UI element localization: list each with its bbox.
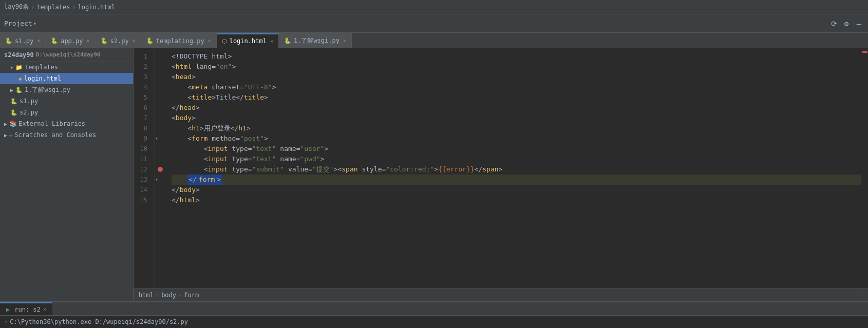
line-num-14: 14 xyxy=(134,185,150,195)
code-token: = xyxy=(296,144,300,154)
breakpoint-12[interactable] xyxy=(155,164,165,175)
tab-loginhtml[interactable]: ⬡ login.html × xyxy=(217,33,279,48)
code-token: </ xyxy=(236,92,244,103)
tab-s2py[interactable]: 🐍 s2.py × xyxy=(96,33,141,48)
sidebar-project-name: s24day90 xyxy=(4,51,34,59)
project-label[interactable]: Project ▾ xyxy=(4,20,36,27)
code-token: title xyxy=(244,92,264,103)
code-line-2: <html lang="en"> xyxy=(172,62,861,72)
sidebar-item-scratches-consoles[interactable]: ▶ ✏ Scratches and Consoles xyxy=(0,129,133,141)
code-line-8: <h1>用户登录</h1> xyxy=(172,123,861,133)
code-content[interactable]: <!DOCTYPE html> <html lang="en"> <head> … xyxy=(165,48,861,288)
code-token: style xyxy=(358,164,382,175)
line-num-10: 10 xyxy=(134,144,150,154)
sidebar: s24day90 D:\wupeiqi\s24day90 ▾ 📁 templat… xyxy=(0,48,134,301)
breakpoint-dot xyxy=(158,167,163,172)
code-token: > xyxy=(192,72,196,82)
code-token: < xyxy=(187,123,192,133)
code-token xyxy=(172,123,187,133)
code-token: form xyxy=(192,133,207,144)
toolbar: Project ▾ ⟳ ⚙ — xyxy=(0,14,868,33)
code-line-12: <input type="submit" value="提交"><span st… xyxy=(172,164,861,175)
gutter-6 xyxy=(155,103,165,113)
settings-icon[interactable]: ⚙ xyxy=(841,18,852,29)
tab-label-apppy: app.py xyxy=(61,37,83,45)
code-editor[interactable]: 1 2 3 4 5 6 7 8 9 10 11 12 13 14 15 xyxy=(134,48,868,288)
run-arrow-icon: ↑ xyxy=(4,318,8,325)
code-token: = xyxy=(248,144,252,154)
code-token: charset xyxy=(207,82,240,92)
chevron-right-icon: ▶ xyxy=(10,87,13,93)
sidebar-item-liaojiewsgi[interactable]: ▶ 🐍 1.了解wsgi.py xyxy=(0,84,133,95)
bottom-tab-close[interactable]: × xyxy=(43,306,46,312)
code-token: < xyxy=(172,62,176,72)
fold-marker-13[interactable]: ▾ xyxy=(155,175,165,185)
sidebar-item-s1py[interactable]: 🐍 s1.py xyxy=(0,95,133,107)
code-token: head xyxy=(176,72,192,82)
chevron-down-icon: ▾ xyxy=(10,65,13,70)
code-token: > xyxy=(232,62,236,72)
gutter-5 xyxy=(155,92,165,103)
code-token xyxy=(172,92,187,103)
tab-label-liaojiewsgi: 1.了解wsgi.py xyxy=(294,36,339,45)
code-line-6: </head> xyxy=(172,103,861,113)
tab-close-s2py[interactable]: × xyxy=(133,38,136,44)
code-token: 用户登录 xyxy=(204,123,231,133)
tab-close-s1py[interactable]: × xyxy=(37,38,40,44)
code-token: </ xyxy=(172,103,180,113)
sidebar-label-templates: templates xyxy=(25,64,58,71)
sidebar-item-external-libraries[interactable]: ▶ 📚 External Libraries xyxy=(0,118,133,129)
tab-close-liaojiewsgi[interactable]: × xyxy=(343,38,346,44)
fold-marker-9[interactable]: ▾ xyxy=(155,133,165,144)
code-token: < xyxy=(187,82,192,92)
code-token: Title xyxy=(216,92,236,103)
tab-label-loginhtml: login.html xyxy=(230,37,267,45)
breadcrumb-file: login.html xyxy=(78,4,115,11)
status-bar: html › body › form xyxy=(134,288,868,301)
chevron-right-icon: ▶ xyxy=(4,132,7,138)
html-file-icon: ◈ xyxy=(18,75,22,82)
tab-templatingpy[interactable]: 🐍 templating.py × xyxy=(141,33,217,48)
code-token: > xyxy=(200,123,204,133)
run-command: C:\Python36\python.exe D:/wupeiqi/s24day… xyxy=(10,318,188,325)
sidebar-item-loginhtml[interactable]: ◈ login.html xyxy=(0,73,133,84)
code-token: "UTF-8" xyxy=(244,82,272,92)
tab-label-s1py: s1.py xyxy=(15,37,33,45)
code-token: = xyxy=(308,164,312,175)
line-num-6: 6 xyxy=(134,103,150,113)
code-token: = xyxy=(240,82,244,92)
sync-icon[interactable]: ⟳ xyxy=(829,18,839,29)
line-num-2: 2 xyxy=(134,62,150,72)
code-token: < xyxy=(187,92,192,103)
py-icon: 🐍 xyxy=(284,37,291,44)
code-token: > xyxy=(264,92,268,103)
code-token xyxy=(172,154,204,164)
gutter-2 xyxy=(155,62,165,72)
tab-liaojiewsgi[interactable]: 🐍 1.了解wsgi.py × xyxy=(279,33,352,48)
tab-apppy[interactable]: 🐍 app.py × xyxy=(46,33,95,48)
tabs-bar: 🐍 s1.py × 🐍 app.py × 🐍 s2.py × 🐍 templat… xyxy=(0,33,868,48)
code-token: "pwd" xyxy=(300,154,320,164)
bottom-tab-run-s2[interactable]: ▶ run: s2 × xyxy=(0,302,52,315)
py-file-icon: 🐍 xyxy=(10,109,17,116)
py-file-icon: 🐍 xyxy=(15,87,23,93)
sidebar-item-s2py[interactable]: 🐍 s2.py xyxy=(0,107,133,118)
code-token xyxy=(172,144,204,154)
minus-icon[interactable]: — xyxy=(854,18,864,29)
tab-close-apppy[interactable]: × xyxy=(87,38,90,44)
code-token: > xyxy=(212,92,216,103)
code-token: > xyxy=(272,82,276,92)
code-token: input xyxy=(207,164,228,175)
gutter-1 xyxy=(155,51,165,62)
tab-close-templatingpy[interactable]: × xyxy=(208,38,211,44)
code-token: </ xyxy=(187,175,198,185)
code-token: "text" xyxy=(252,154,276,164)
tab-close-loginhtml[interactable]: × xyxy=(270,38,273,44)
bottom-tabs-bar: ▶ run: s2 × xyxy=(0,302,868,316)
gutter-column: ▾ ▾ xyxy=(155,48,165,288)
code-line-4: <meta charset="UTF-8"> xyxy=(172,82,861,92)
sidebar-item-templates[interactable]: ▾ 📁 templates xyxy=(0,62,133,73)
tab-s1py[interactable]: 🐍 s1.py × xyxy=(0,33,46,48)
code-token: name xyxy=(276,144,296,154)
code-token: body xyxy=(180,185,196,195)
